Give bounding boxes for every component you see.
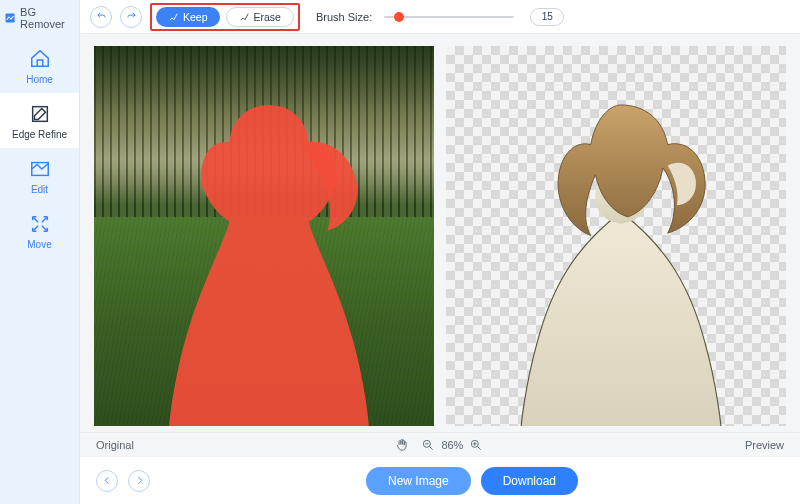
sidebar-item-edge-refine[interactable]: Edge Refine xyxy=(0,93,79,148)
original-figure xyxy=(143,84,395,426)
next-image-button[interactable] xyxy=(128,470,150,492)
sidebar-item-label: Move xyxy=(27,239,51,250)
keep-label: Keep xyxy=(183,11,208,23)
pan-button[interactable] xyxy=(394,437,410,453)
zoom-percent: 86% xyxy=(441,439,463,451)
redo-button[interactable] xyxy=(120,6,142,28)
erase-label: Erase xyxy=(254,11,281,23)
svg-rect-2 xyxy=(31,163,48,176)
slider-thumb[interactable] xyxy=(394,12,404,22)
erase-brush-icon xyxy=(239,11,250,22)
keep-button[interactable]: Keep xyxy=(156,7,220,27)
undo-icon xyxy=(96,11,107,22)
sidebar-item-label: Edge Refine xyxy=(12,129,67,140)
original-label: Original xyxy=(96,439,134,451)
app-brand: BG Remover xyxy=(0,0,79,38)
main: Keep Erase Brush Size: 15 xyxy=(80,0,800,504)
erase-button[interactable]: Erase xyxy=(226,7,294,27)
preview-figure xyxy=(495,84,747,426)
brush-size-label: Brush Size: xyxy=(316,11,372,23)
app-logo-icon xyxy=(4,11,16,25)
move-icon xyxy=(29,213,51,235)
sidebar-item-edit[interactable]: Edit xyxy=(0,148,79,203)
zoom-in-icon xyxy=(469,438,483,452)
canvas-area xyxy=(80,34,800,432)
keep-erase-highlight: Keep Erase xyxy=(150,3,300,31)
redo-icon xyxy=(126,11,137,22)
footer: New Image Download xyxy=(80,456,800,504)
app-title: BG Remover xyxy=(20,6,75,30)
new-image-label: New Image xyxy=(388,474,449,488)
zoom-in-button[interactable] xyxy=(468,437,484,453)
download-button[interactable]: Download xyxy=(481,467,578,495)
home-icon xyxy=(29,48,51,70)
original-panel[interactable] xyxy=(94,46,434,426)
zoom-out-icon xyxy=(421,438,435,452)
sidebar-item-move[interactable]: Move xyxy=(0,203,79,258)
toolbar: Keep Erase Brush Size: 15 xyxy=(80,0,800,34)
chevron-left-icon xyxy=(102,475,113,486)
sidebar-item-home[interactable]: Home xyxy=(0,38,79,93)
zoom-out-button[interactable] xyxy=(420,437,436,453)
sidebar: BG Remover Home Edge Refine Edit Move xyxy=(0,0,80,504)
brush-size-slider[interactable] xyxy=(384,10,514,24)
undo-button[interactable] xyxy=(90,6,112,28)
download-label: Download xyxy=(503,474,556,488)
brush-size-value[interactable]: 15 xyxy=(530,8,564,26)
hand-icon xyxy=(395,438,409,452)
status-bar: Original 86% Preview xyxy=(80,432,800,456)
preview-label: Preview xyxy=(745,439,784,451)
prev-image-button[interactable] xyxy=(96,470,118,492)
new-image-button[interactable]: New Image xyxy=(366,467,471,495)
sidebar-item-label: Edit xyxy=(31,184,48,195)
sidebar-item-label: Home xyxy=(26,74,53,85)
preview-panel[interactable] xyxy=(446,46,786,426)
edit-icon xyxy=(29,158,51,180)
edge-refine-icon xyxy=(29,103,51,125)
keep-brush-icon xyxy=(168,11,179,22)
chevron-right-icon xyxy=(134,475,145,486)
